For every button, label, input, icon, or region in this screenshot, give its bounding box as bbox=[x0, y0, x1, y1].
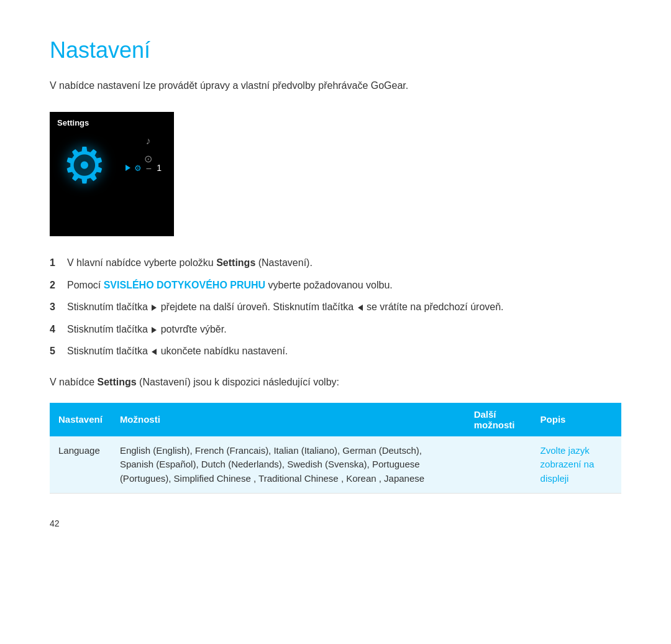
step-4-text: Stisknutím tlačítka potvrďte výběr. bbox=[67, 321, 621, 338]
settings-label: Settings bbox=[57, 118, 89, 127]
device-screenshot: Settings ⚙ ♪ ⊙ ⚙ – 1 bbox=[50, 112, 174, 236]
step-1-text: V hlavní nabídce vyberte položku Setting… bbox=[67, 255, 621, 271]
arrow-right-icon bbox=[126, 165, 130, 171]
instruction-2: 2 Pomocí SVISLÉHO DOTYKOVÉHO PRUHU vyber… bbox=[50, 277, 621, 293]
page-title: Nastavení bbox=[50, 37, 621, 63]
instruction-3: 3 Stisknutím tlačítka přejdete na další … bbox=[50, 299, 621, 315]
cell-popis: Zvolte jazyk zobrazení na displeji bbox=[532, 436, 621, 494]
cell-nastaveni: Language bbox=[50, 436, 111, 494]
gear-small-icon: ⚙ bbox=[134, 163, 142, 173]
col-header-nastaveni: Nastavení bbox=[50, 403, 111, 436]
gear-row: ⚙ – 1 bbox=[126, 163, 162, 173]
table-header: Nastavení Možnosti Další možnosti Popis bbox=[50, 403, 621, 436]
settings-bold-2: Settings bbox=[98, 377, 137, 387]
arrow-right-icon-4 bbox=[152, 327, 157, 333]
step-4-number: 4 bbox=[50, 321, 62, 338]
arrow-left-icon-3b bbox=[358, 305, 363, 311]
col-header-dalsi: Další možnosti bbox=[465, 403, 532, 436]
dotykovy-pruh-highlight: SVISLÉHO DOTYKOVÉHO PRUHU bbox=[104, 280, 265, 290]
instruction-5: 5 Stisknutím tlačítka ukončete nabídku n… bbox=[50, 343, 621, 359]
cell-dalsi bbox=[465, 436, 532, 494]
settings-bold: Settings bbox=[216, 257, 255, 268]
icons-panel: ♪ ⊙ bbox=[144, 136, 152, 165]
step-3-text: Stisknutím tlačítka přejdete na další úr… bbox=[67, 299, 621, 315]
step-2-number: 2 bbox=[50, 277, 62, 293]
arrow-left-icon-5 bbox=[152, 349, 157, 355]
instructions-list: 1 V hlavní nabídce vyberte položku Setti… bbox=[50, 255, 621, 359]
summary-text: V nabídce Settings (Nastavení) jsou k di… bbox=[50, 374, 621, 390]
instruction-4: 4 Stisknutím tlačítka potvrďte výběr. bbox=[50, 321, 621, 338]
settings-table: Nastavení Možnosti Další možnosti Popis … bbox=[50, 403, 621, 494]
step-3-number: 3 bbox=[50, 299, 62, 315]
step-5-number: 5 bbox=[50, 343, 62, 359]
cell-moznosti: English (English), French (Francais), It… bbox=[111, 436, 465, 494]
step-1-number: 1 bbox=[50, 255, 62, 271]
gear-icon: ⚙ bbox=[62, 137, 107, 195]
music-icon: ♪ bbox=[146, 136, 151, 147]
arrow-right-icon-3a bbox=[152, 305, 157, 311]
step-2-text: Pomocí SVISLÉHO DOTYKOVÉHO PRUHU vyberte… bbox=[67, 277, 621, 293]
table-row: Language English (English), French (Fran… bbox=[50, 436, 621, 494]
col-header-popis: Popis bbox=[532, 403, 621, 436]
dash: – bbox=[146, 163, 151, 173]
step-number: 1 bbox=[157, 163, 162, 173]
page-number: 42 bbox=[50, 518, 621, 528]
col-header-moznosti: Možnosti bbox=[111, 403, 465, 436]
intro-text: V nabídce nastavení lze provádět úpravy … bbox=[50, 78, 621, 93]
table-header-row: Nastavení Možnosti Další možnosti Popis bbox=[50, 403, 621, 436]
step-5-text: Stisknutím tlačítka ukončete nabídku nas… bbox=[67, 343, 621, 359]
table-body: Language English (English), French (Fran… bbox=[50, 436, 621, 494]
instruction-1: 1 V hlavní nabídce vyberte položku Setti… bbox=[50, 255, 621, 271]
